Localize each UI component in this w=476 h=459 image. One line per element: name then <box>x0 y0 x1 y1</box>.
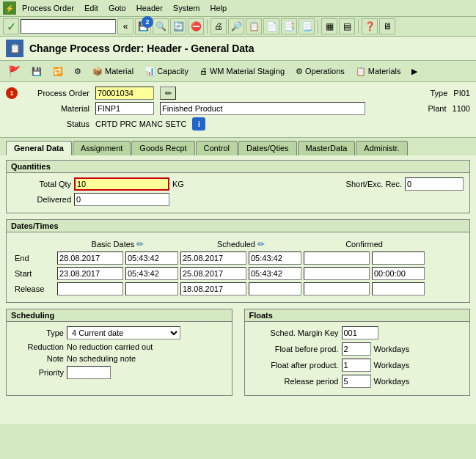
save-nav-button[interactable]: 💾 <box>26 62 47 80</box>
end-conf-date[interactable] <box>304 251 370 265</box>
materials-button[interactable]: 📋 Materials <box>351 62 406 80</box>
command-input[interactable] <box>21 19 116 34</box>
refresh-button[interactable]: 🔄 <box>170 18 186 34</box>
nav-button-4[interactable]: ⚙ <box>69 62 87 80</box>
find-button[interactable]: 🔍 <box>153 18 169 34</box>
delivered-label: Delivered <box>12 195 71 204</box>
total-qty-row: Total Qty KG Short/Exc. Rec. <box>12 177 464 191</box>
menu-edit[interactable]: Edit <box>80 2 103 14</box>
release-basic-time[interactable] <box>125 282 178 295</box>
release-sched-time[interactable] <box>249 282 301 295</box>
release-period-input[interactable] <box>342 375 371 388</box>
release-basic-date[interactable] <box>57 282 123 295</box>
start-conf-time[interactable] <box>372 267 425 280</box>
floats-title: Floats <box>245 309 470 322</box>
process-order-input[interactable] <box>95 87 154 100</box>
tab-goods-recpt[interactable]: Goods Recpt <box>131 141 194 155</box>
dates-times-title: Dates/Times <box>7 220 469 232</box>
page-title: Change Process Order: Header - General D… <box>29 43 255 54</box>
start-sched-time[interactable] <box>249 267 301 280</box>
scheduling-title: Scheduling <box>7 309 232 322</box>
end-sched-date[interactable] <box>180 251 246 265</box>
release-conf-date[interactable] <box>304 282 370 295</box>
release-period-unit: Workdays <box>374 377 410 386</box>
menu-process-order[interactable]: Process Order <box>18 2 78 14</box>
delivered-input[interactable] <box>74 193 169 206</box>
tab-dates-qties[interactable]: Dates/Qties <box>238 141 296 155</box>
end-basic-date[interactable] <box>57 251 123 265</box>
status-info-button[interactable]: i <box>192 117 205 131</box>
release-sched-date[interactable] <box>180 282 246 295</box>
short-exc-input[interactable] <box>405 177 464 191</box>
sched-reduction-label: Reduction <box>12 342 64 351</box>
sched-priority-input[interactable] <box>67 366 111 379</box>
float-after-input[interactable] <box>342 359 371 372</box>
delivered-row: Delivered <box>12 193 464 206</box>
menu-bar: ⚡ Process Order Edit Goto Header System … <box>0 0 476 17</box>
tab-assignment[interactable]: Assignment <box>73 141 131 155</box>
copy3-button[interactable]: 📑 <box>281 18 297 34</box>
tab-administr[interactable]: Administr. <box>356 141 407 155</box>
tab-general-data[interactable]: General Data <box>6 141 72 155</box>
operations-button[interactable]: ⚙ Operations <box>290 62 350 80</box>
end-basic-time[interactable] <box>125 251 178 265</box>
capacity-button[interactable]: 📊 Capacity <box>139 62 194 80</box>
sched-margin-input[interactable] <box>342 326 378 339</box>
float-before-input[interactable] <box>342 342 371 356</box>
flag-button[interactable]: 🚩 <box>3 62 26 80</box>
layout-btn2[interactable]: ▤ <box>339 18 355 34</box>
process-order-label: Process Order <box>23 89 89 98</box>
more-button[interactable]: ▶ <box>406 62 422 80</box>
copy2-button[interactable]: 📄 <box>263 18 279 34</box>
menu-goto[interactable]: Goto <box>104 2 131 14</box>
dates-times-body: Basic Dates ✏ Scheduled ✏ Confirmed <box>7 232 469 302</box>
nav-button-3[interactable]: 🔁 <box>48 62 68 80</box>
settings-button[interactable]: 🖥 <box>379 18 395 34</box>
materials-label: Materials <box>368 67 401 76</box>
sched-type-label: Type <box>12 328 64 337</box>
sched-note-value: No scheduling note <box>67 354 136 363</box>
end-conf-time[interactable] <box>372 251 425 265</box>
green-check-button[interactable]: ✓ <box>3 18 19 34</box>
release-label: Release <box>15 282 55 295</box>
tab-control[interactable]: Control <box>196 141 238 155</box>
end-sched-time[interactable] <box>249 251 301 265</box>
save-button[interactable]: 💾 2 <box>135 18 151 34</box>
tab-masterdata[interactable]: MasterData <box>298 141 356 155</box>
release-period-row: Release period Workdays <box>251 375 464 388</box>
release-conf-time[interactable] <box>372 282 425 295</box>
print-button[interactable]: 🖨 <box>210 18 227 34</box>
material-button[interactable]: 📦 Material <box>87 62 139 80</box>
scheduled-edit-icon[interactable]: ✏ <box>257 239 265 249</box>
wm-staging-button[interactable]: 🖨 WM Material Staging <box>194 62 290 80</box>
sched-note-row: Note No scheduling note <box>12 354 226 363</box>
scheduling-section: Scheduling Type 1 Forwards 2 Backwards 3… <box>6 309 232 396</box>
start-sched-date[interactable] <box>180 267 246 280</box>
sched-priority-row: Priority <box>12 366 226 379</box>
material-input[interactable] <box>95 102 154 115</box>
layout-btn1[interactable]: ▦ <box>321 18 337 34</box>
start-basic-time[interactable] <box>125 267 178 280</box>
find2-button[interactable]: 🔎 <box>228 18 244 34</box>
copy-button[interactable]: 📋 <box>246 18 262 34</box>
sched-type-select[interactable]: 1 Forwards 2 Backwards 3 Only capacities… <box>67 326 180 339</box>
menu-help[interactable]: Help <box>206 2 232 14</box>
short-exc-label: Short/Exc. Rec. <box>321 180 402 188</box>
sep3 <box>358 19 359 34</box>
menu-header[interactable]: Header <box>132 2 167 14</box>
basic-dates-edit-icon[interactable]: ✏ <box>136 239 144 249</box>
start-conf-date[interactable] <box>304 267 370 280</box>
stop-button[interactable]: ⛔ <box>188 18 204 34</box>
material-desc-input[interactable] <box>160 102 365 115</box>
prev-button[interactable]: « <box>117 18 133 34</box>
total-qty-input[interactable] <box>74 177 169 191</box>
copy4-button[interactable]: 📃 <box>299 18 315 34</box>
start-basic-date[interactable] <box>57 267 123 280</box>
floats-body: Sched. Margin Key Float before prod. Wor… <box>245 322 470 395</box>
wm-label: WM Material Staging <box>210 67 285 76</box>
menu-system[interactable]: System <box>169 2 205 14</box>
form-area: 1 Process Order ✏ Type PI01 Material Pla… <box>0 82 476 138</box>
process-order-edit-button[interactable]: ✏ <box>160 87 176 100</box>
help-button[interactable]: ❓ <box>362 18 378 34</box>
quantities-title: Quantities <box>7 161 469 173</box>
